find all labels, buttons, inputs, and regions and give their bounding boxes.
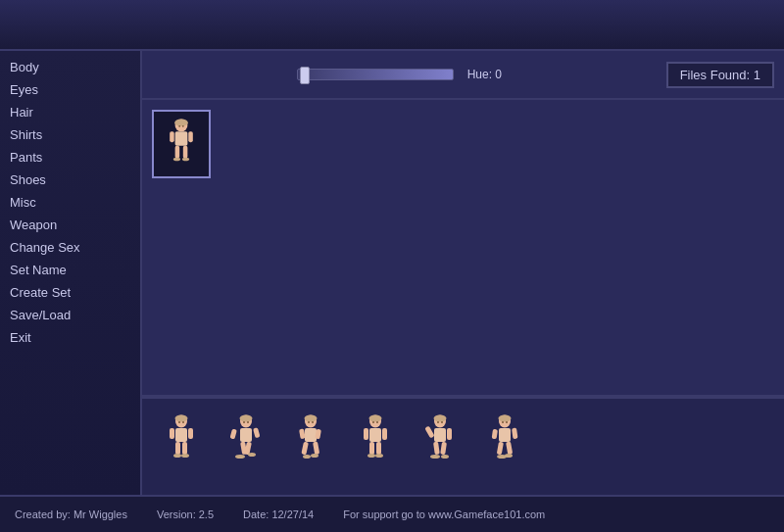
sidebar-item-set-name[interactable]: Set Name: [0, 259, 140, 281]
svg-point-18: [173, 454, 181, 458]
hue-label: Hue: 0: [467, 68, 502, 81]
svg-point-23: [239, 415, 252, 422]
svg-point-64: [437, 421, 439, 423]
svg-rect-14: [170, 428, 174, 439]
anim-frame-6[interactable]: [475, 408, 534, 486]
svg-rect-46: [369, 428, 381, 442]
sidebar-item-shoes[interactable]: Shoes: [0, 169, 140, 191]
svg-rect-5: [175, 146, 180, 159]
svg-point-51: [368, 454, 375, 458]
anim-frame-5[interactable]: [411, 408, 469, 486]
anim-sprite-5: [418, 412, 463, 481]
svg-point-34: [304, 415, 317, 422]
sidebar-item-shirts[interactable]: Shirts: [0, 123, 140, 146]
svg-rect-36: [299, 428, 306, 439]
svg-point-52: [375, 454, 383, 458]
sidebar-item-hair[interactable]: Hair: [0, 101, 140, 123]
svg-rect-38: [301, 442, 309, 456]
svg-rect-17: [182, 442, 187, 455]
svg-point-1: [174, 120, 188, 126]
svg-rect-72: [506, 441, 513, 455]
svg-point-19: [181, 454, 189, 458]
svg-rect-4: [188, 131, 193, 142]
anim-sprite-3: [289, 412, 333, 481]
svg-rect-15: [188, 428, 193, 439]
sidebar-item-eyes[interactable]: Eyes: [0, 78, 140, 101]
svg-point-9: [178, 125, 180, 127]
sidebar-item-body[interactable]: Body: [0, 56, 140, 78]
sidebar-item-pants[interactable]: Pants: [0, 146, 140, 169]
files-found-label: Files Found: 1: [666, 62, 774, 88]
grid-area: [142, 100, 784, 397]
sidebar-item-change-sex[interactable]: Change Sex: [0, 236, 140, 259]
anim-frame-4[interactable]: [346, 408, 405, 486]
svg-point-76: [506, 421, 508, 423]
svg-rect-16: [175, 442, 180, 455]
svg-rect-71: [496, 442, 503, 456]
anim-frame-2[interactable]: [217, 408, 275, 486]
svg-rect-48: [382, 428, 387, 440]
svg-point-65: [441, 421, 443, 423]
svg-point-20: [178, 421, 180, 423]
svg-point-62: [430, 455, 440, 459]
hue-slider[interactable]: [297, 69, 454, 80]
svg-rect-49: [369, 442, 374, 455]
svg-rect-50: [376, 442, 381, 455]
svg-point-63: [441, 455, 449, 459]
svg-point-74: [505, 454, 513, 458]
svg-point-42: [308, 421, 310, 423]
svg-point-30: [248, 453, 256, 457]
anim-sprite-4: [354, 412, 398, 481]
svg-rect-39: [313, 441, 319, 455]
sidebar-item-weapon[interactable]: Weapon: [0, 214, 140, 236]
svg-point-29: [235, 455, 245, 459]
svg-point-43: [312, 421, 314, 423]
footer-created-by: Created by: Mr Wiggles: [15, 508, 127, 520]
svg-rect-35: [305, 428, 317, 442]
svg-rect-59: [447, 428, 452, 440]
sidebar-item-create-set[interactable]: Create Set: [0, 281, 140, 304]
footer-support: For support go to www.Gameface101.com: [343, 508, 545, 520]
svg-rect-57: [434, 428, 446, 442]
sidebar-item-save-load[interactable]: Save/Load: [0, 304, 140, 326]
svg-rect-3: [170, 131, 174, 142]
svg-point-41: [311, 454, 318, 458]
svg-point-12: [174, 415, 187, 422]
svg-point-45: [368, 415, 381, 422]
top-bar: [0, 0, 784, 51]
svg-rect-60: [433, 442, 440, 456]
svg-rect-2: [175, 131, 188, 146]
svg-point-21: [182, 421, 184, 423]
svg-rect-68: [499, 428, 511, 442]
anim-frame-3[interactable]: [281, 408, 340, 486]
svg-rect-61: [440, 442, 447, 456]
svg-point-8: [182, 158, 189, 162]
content-area: Hue: 0 Files Found: 1: [142, 51, 784, 495]
svg-rect-13: [175, 428, 187, 442]
sidebar-item-exit[interactable]: Exit: [0, 326, 140, 349]
hue-bar: Hue: 0 Files Found: 1: [142, 51, 784, 100]
svg-point-67: [498, 415, 511, 422]
animation-bar: [142, 397, 784, 495]
footer: Created by: Mr Wiggles Version: 2.5 Date…: [0, 495, 784, 532]
character-sprite: [162, 115, 201, 173]
svg-point-75: [502, 421, 504, 423]
svg-rect-6: [183, 146, 188, 159]
svg-point-32: [247, 421, 249, 423]
svg-rect-25: [229, 428, 236, 439]
anim-sprite-2: [224, 412, 269, 481]
main-layout: Body Eyes Hair Shirts Pants Shoes Misc W…: [0, 51, 784, 495]
svg-point-31: [243, 421, 245, 423]
svg-point-7: [173, 158, 180, 162]
sidebar-item-misc[interactable]: Misc: [0, 191, 140, 214]
anim-frame-1[interactable]: [152, 408, 211, 486]
svg-point-54: [376, 421, 378, 423]
hue-thumb: [300, 67, 310, 84]
svg-rect-69: [491, 429, 497, 440]
svg-point-10: [182, 125, 184, 127]
character-item-selected[interactable]: [152, 110, 211, 178]
svg-point-53: [372, 421, 374, 423]
svg-point-56: [433, 415, 446, 422]
sidebar: Body Eyes Hair Shirts Pants Shoes Misc W…: [0, 51, 142, 495]
svg-rect-24: [240, 428, 252, 442]
